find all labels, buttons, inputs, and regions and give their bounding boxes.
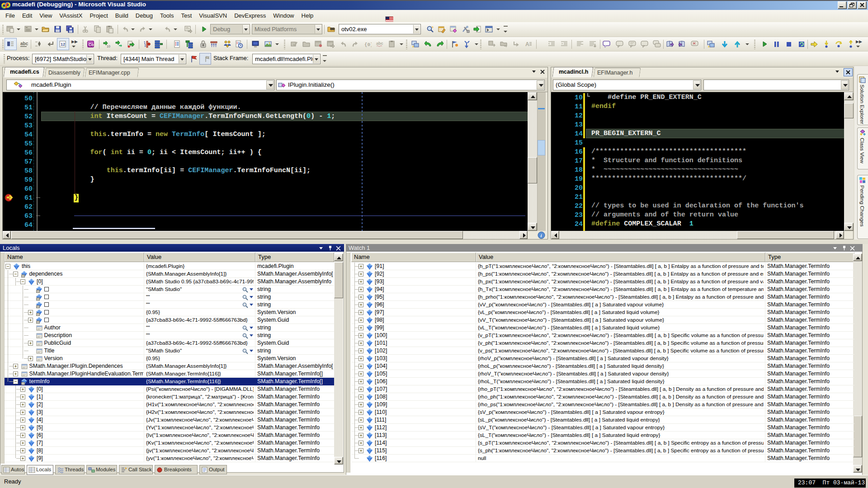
svg-text:abc: abc bbox=[376, 41, 383, 46]
svg-text:{0}: {0} bbox=[364, 42, 372, 47]
svg-text:abc: abc bbox=[20, 41, 28, 46]
svg-text:A: A bbox=[525, 41, 529, 47]
svg-text:10: 10 bbox=[107, 45, 110, 48]
svg-text:12: 12 bbox=[61, 42, 65, 47]
svg-text:Co: Co bbox=[89, 42, 94, 47]
